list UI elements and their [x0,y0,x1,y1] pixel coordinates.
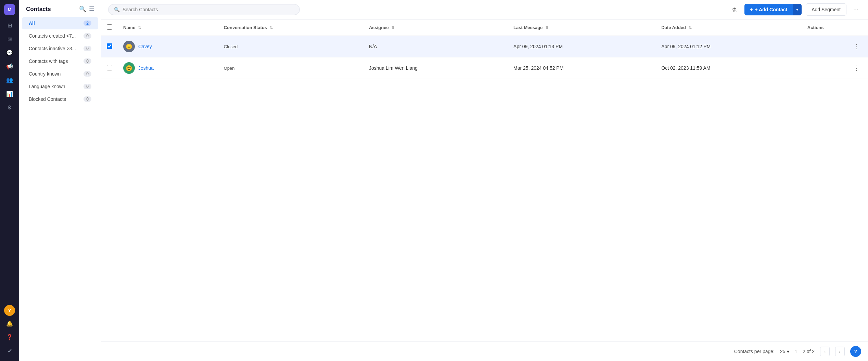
contact-avatar: 😊 [123,62,135,74]
row-status-cell: Open [218,57,363,79]
row-last-message-cell: Mar 25, 2024 04:52 PM [508,57,656,79]
col-header-name[interactable]: Name ⇅ [118,19,218,36]
table-header-row: Name ⇅ Conversation Status ⇅ Assignee ⇅ … [101,19,868,36]
col-header-last-message[interactable]: Last Message ⇅ [508,19,656,36]
search-icon: 🔍 [114,7,120,12]
contact-name[interactable]: Joshua [138,65,154,71]
sidebar-item-count: 0 [84,96,91,102]
col-header-conversation-status[interactable]: Conversation Status ⇅ [218,19,363,36]
nav-settings-icon[interactable]: ⚙ [3,101,16,113]
sidebar-item-count: 0 [84,84,91,89]
footer: Contacts per page: 25 ▾ 1 – 2 of 2 ‹ › ? [101,342,868,361]
row-assignee-cell: Joshua Lim Wen Liang [363,57,508,79]
filter-panel-icon[interactable]: ☰ [89,5,94,13]
nav-chat-icon[interactable]: 💬 [3,46,16,59]
table-body: 😐 Cavey Closed N/A Apr 09, 2024 01:13 PM… [101,36,868,79]
contacts-table-container: Name ⇅ Conversation Status ⇅ Assignee ⇅ … [101,19,868,342]
last-message-time: Mar 25, 2024 04:52 PM [513,65,563,71]
sidebar-item-label: Contacts with tags [29,58,68,64]
assignee-name: N/A [369,44,377,49]
row-actions-button[interactable]: ⋮ [851,63,863,73]
nav-bell-icon[interactable]: 🔔 [3,317,16,330]
more-options-button[interactable]: ··· [851,5,861,15]
nav-help-icon[interactable]: ❓ [3,331,16,343]
filter-icon[interactable]: ⚗ [728,3,740,16]
sidebar-items: All 2 Contacts created <7... 0 Contacts … [19,17,101,106]
search-input[interactable] [123,7,294,12]
date-added-value: Oct 02, 2023 11:59 AM [661,65,710,71]
row-actions-cell: ⋮ [802,36,868,57]
col-header-assignee[interactable]: Assignee ⇅ [363,19,508,36]
sidebar-item-count: 0 [84,33,91,39]
add-segment-button[interactable]: Add Segment [806,3,846,16]
add-contact-label: + Add Contact [755,7,787,12]
per-page-value: 25 [780,349,786,354]
sidebar-item-contacts-created[interactable]: Contacts created <7... 0 [22,30,98,42]
select-all-checkbox[interactable] [107,24,112,30]
app-avatar[interactable]: M [4,4,15,15]
row-date-added-cell: Oct 02, 2023 11:59 AM [656,57,802,79]
col-header-actions: Actions [802,19,868,36]
contacts-table: Name ⇅ Conversation Status ⇅ Assignee ⇅ … [101,19,868,79]
pagination-prev-button[interactable]: ‹ [820,347,830,356]
sidebar-item-all[interactable]: All 2 [22,17,98,29]
user-avatar[interactable]: Y [4,305,15,316]
nav-contacts-icon[interactable]: 👥 [3,74,16,86]
search-box[interactable]: 🔍 [108,4,300,15]
sidebar-item-label: All [29,21,35,26]
help-button[interactable]: ? [850,346,861,357]
sidebar-item-label: Blocked Contacts [29,96,66,102]
per-page-chevron-icon: ▾ [787,349,789,354]
nav-megaphone-icon[interactable]: 📢 [3,60,16,72]
search-icon[interactable]: 🔍 [79,5,86,13]
sidebar-item-blocked-contacts[interactable]: Blocked Contacts 0 [22,93,98,105]
sidebar-item-country-known[interactable]: Country known 0 [22,68,98,80]
table-row: 😊 Joshua Open Joshua Lim Wen Liang Mar 2… [101,57,868,79]
sidebar-item-count: 0 [84,71,91,77]
contact-name[interactable]: Cavey [138,44,152,49]
pagination-info: 1 – 2 of 2 [795,349,815,354]
sidebar-item-contacts-with-tags[interactable]: Contacts with tags 0 [22,55,98,67]
per-page-label: Contacts per page: [734,349,775,354]
conversation-status: Closed [224,44,238,49]
row-date-added-cell: Apr 09, 2024 01:12 PM [656,36,802,57]
sidebar-item-label: Contacts created <7... [29,33,76,39]
sidebar-title-icons[interactable]: 🔍 ☰ [79,5,94,13]
row-name-cell: 😐 Cavey [118,36,218,57]
sidebar-item-label: Contacts inactive >3... [29,46,76,51]
per-page-select[interactable]: 25 ▾ [780,349,789,354]
add-contact-dropdown-button[interactable]: ▾ [793,4,802,15]
sidebar-item-count: 2 [84,21,91,26]
row-checkbox-cell [101,57,118,79]
sidebar-item-count: 0 [84,58,91,64]
row-status-cell: Closed [218,36,363,57]
assignee-name: Joshua Lim Wen Liang [369,65,418,71]
nav-check-icon[interactable]: ✔ [3,345,16,357]
row-last-message-cell: Apr 09, 2024 01:13 PM [508,36,656,57]
row-checkbox[interactable] [107,43,112,49]
nav-inbox-icon[interactable]: ✉ [3,33,16,45]
sidebar-title: Contacts 🔍 ☰ [19,0,101,17]
sidebar-item-label: Country known [29,71,61,77]
row-checkbox[interactable] [107,65,112,70]
add-contact-btn-group: + + Add Contact ▾ [744,4,802,15]
row-assignee-cell: N/A [363,36,508,57]
conversation-status: Open [224,66,235,71]
row-name-cell: 😊 Joshua [118,57,218,79]
row-checkbox-cell [101,36,118,57]
sidebar-item-language-known[interactable]: Language known 0 [22,80,98,93]
add-contact-button[interactable]: + + Add Contact [744,4,793,15]
plus-icon: + [750,7,753,12]
sidebar-item-contacts-inactive[interactable]: Contacts inactive >3... 0 [22,42,98,55]
row-actions-cell: ⋮ [802,57,868,79]
sidebar-item-count: 0 [84,46,91,51]
sidebar: Contacts 🔍 ☰ All 2 Contacts created <7..… [19,0,101,361]
nav-grid-icon[interactable]: ⊞ [3,19,16,31]
col-header-date-added[interactable]: Date Added ⇅ [656,19,802,36]
pagination-next-button[interactable]: › [835,347,845,356]
select-all-header [101,19,118,36]
row-actions-button[interactable]: ⋮ [851,41,863,52]
contact-avatar: 😐 [123,41,135,52]
nav-reports-icon[interactable]: 📊 [3,88,16,100]
date-added-value: Apr 09, 2024 01:12 PM [661,44,711,49]
